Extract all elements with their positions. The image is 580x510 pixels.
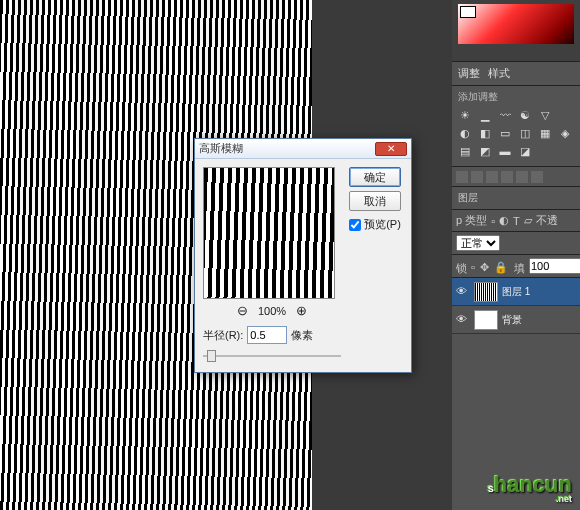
radius-unit: 像素 [291, 328, 313, 343]
zoom-out-icon[interactable]: ⊖ [237, 303, 248, 318]
dialog-title: 高斯模糊 [199, 141, 375, 156]
adjustment-icons-row2: ◐ ◧ ▭ ◫ ▦ ◈ [458, 126, 574, 140]
radius-row: 半径(R): 像素 [203, 326, 341, 344]
fill-input[interactable] [529, 258, 580, 274]
lookup-icon[interactable]: ▦ [538, 126, 552, 140]
close-button[interactable]: ✕ [375, 142, 407, 156]
hue-icon[interactable]: ◐ [458, 126, 472, 140]
radius-label: 半径(R): [203, 328, 243, 343]
preset-1[interactable] [456, 171, 468, 183]
button-column: 确定 取消 预览(P) [347, 167, 403, 364]
layer-row-1[interactable]: 👁 图层 1 [452, 278, 580, 306]
filter-adjust-icon[interactable]: ◐ [499, 214, 509, 227]
gaussian-blur-dialog: 高斯模糊 ✕ ⊖ 100% ⊕ 半径(R): 像素 确定 取消 [194, 138, 412, 373]
lock-all-icon[interactable]: 🔒 [494, 261, 504, 271]
radius-input[interactable] [247, 326, 287, 344]
preset-4[interactable] [501, 171, 513, 183]
watermark-suffix: .net [488, 494, 572, 504]
opacity-label: 不透 [536, 213, 558, 228]
preset-6[interactable] [531, 171, 543, 183]
layer-name[interactable]: 图层 1 [502, 285, 530, 299]
preview-column: ⊖ 100% ⊕ 半径(R): 像素 [203, 167, 341, 364]
color-panel[interactable] [452, 0, 580, 62]
watermark: sshancunhancun .net [488, 472, 572, 504]
invert-icon[interactable]: ◈ [558, 126, 572, 140]
bw-icon[interactable]: ◧ [478, 126, 492, 140]
channel-mixer-icon[interactable]: ◫ [518, 126, 532, 140]
slider-handle[interactable] [207, 350, 216, 362]
filter-pixel-icon[interactable]: ▫ [491, 215, 495, 227]
tab-adjustments[interactable]: 调整 [458, 66, 480, 81]
ok-button[interactable]: 确定 [349, 167, 401, 187]
add-adjustment-label: 添加调整 [458, 90, 574, 104]
slider-track [203, 355, 341, 357]
zoom-value: 100% [258, 305, 286, 317]
preset-5[interactable] [516, 171, 528, 183]
blur-preview[interactable] [203, 167, 335, 299]
preset-strip [452, 167, 580, 187]
photo-filter-icon[interactable]: ▭ [498, 126, 512, 140]
selective-icon[interactable]: ◪ [518, 144, 532, 158]
lock-position-icon[interactable]: ✥ [480, 261, 489, 271]
layers-header[interactable]: 图层 [452, 187, 580, 210]
gradient-map-icon[interactable]: ▬ [498, 144, 512, 158]
exposure-icon[interactable]: ☯ [518, 108, 532, 122]
adjustments-header: 调整 样式 [452, 62, 580, 86]
adjustments-body: 添加调整 ☀ ▁ 〰 ☯ ▽ ◐ ◧ ▭ ◫ ▦ ◈ ▤ ◩ ▬ ◪ [452, 86, 580, 167]
adjustment-icons-row1: ☀ ▁ 〰 ☯ ▽ [458, 108, 574, 122]
zoom-in-icon[interactable]: ⊕ [296, 303, 307, 318]
radius-slider[interactable] [203, 348, 341, 364]
layer-name[interactable]: 背景 [502, 313, 522, 327]
zoom-controls: ⊖ 100% ⊕ [203, 303, 341, 318]
dialog-titlebar[interactable]: 高斯模糊 ✕ [195, 139, 411, 159]
threshold-icon[interactable]: ◩ [478, 144, 492, 158]
layer-thumbnail[interactable] [474, 310, 498, 330]
dialog-body: ⊖ 100% ⊕ 半径(R): 像素 确定 取消 预览(P) [195, 159, 411, 372]
tab-styles[interactable]: 样式 [488, 66, 510, 81]
foreground-chip[interactable] [460, 6, 476, 18]
preset-2[interactable] [471, 171, 483, 183]
curves-icon[interactable]: 〰 [498, 108, 512, 122]
visibility-icon[interactable]: 👁 [456, 285, 470, 299]
filter-text-icon[interactable]: T [513, 215, 520, 227]
adjustment-icons-row3: ▤ ◩ ▬ ◪ [458, 144, 574, 158]
layer-row-2[interactable]: 👁 背景 [452, 306, 580, 334]
lock-pixels-icon[interactable]: ▫ [471, 261, 475, 271]
posterize-icon[interactable]: ▤ [458, 144, 472, 158]
preset-3[interactable] [486, 171, 498, 183]
visibility-icon[interactable]: 👁 [456, 313, 470, 327]
brightness-icon[interactable]: ☀ [458, 108, 472, 122]
blend-mode-select[interactable]: 正常 [456, 235, 500, 251]
lock-row: 锁定: ▫ ✥ 🔒 填充 [452, 255, 580, 278]
layers-filter-row: p 类型 ▫ ◐ T ▱ 不透 [452, 210, 580, 232]
vibrance-icon[interactable]: ▽ [538, 108, 552, 122]
preview-checkbox-label: 预览(P) [364, 217, 401, 232]
right-panels: 调整 样式 添加调整 ☀ ▁ 〰 ☯ ▽ ◐ ◧ ▭ ◫ ▦ ◈ ▤ ◩ ▬ ◪ [452, 0, 580, 510]
preview-checkbox-row[interactable]: 预览(P) [349, 217, 401, 232]
levels-icon[interactable]: ▁ [478, 108, 492, 122]
fill-label: 填充 [514, 261, 524, 271]
preview-checkbox[interactable] [349, 219, 361, 231]
cancel-button[interactable]: 取消 [349, 191, 401, 211]
filter-label: p 类型 [456, 213, 487, 228]
layer-thumbnail[interactable] [474, 282, 498, 302]
lock-label: 锁定: [456, 261, 466, 271]
blend-row: 正常 [452, 232, 580, 255]
filter-shape-icon[interactable]: ▱ [524, 214, 532, 227]
